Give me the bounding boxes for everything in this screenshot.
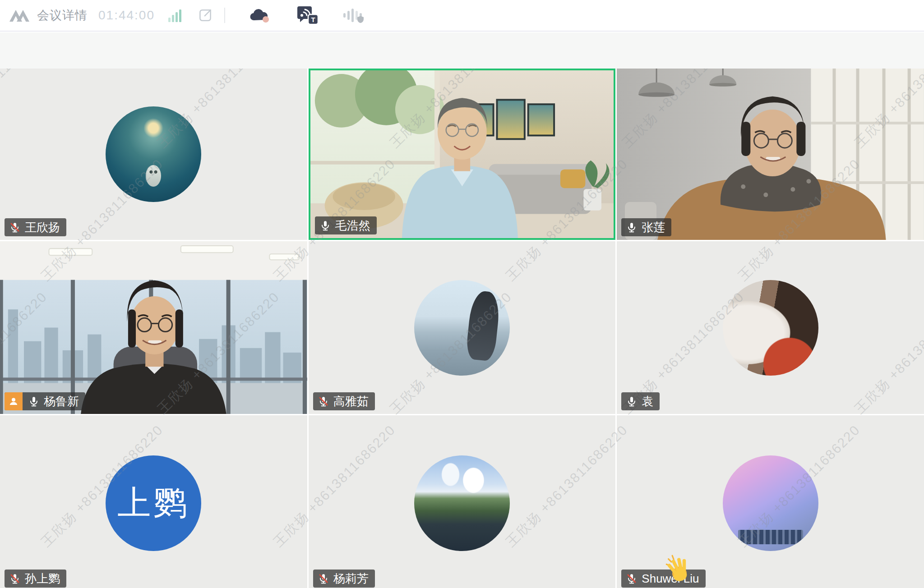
avatar-image bbox=[106, 106, 201, 202]
participant-name-label: 杨莉芳 bbox=[313, 570, 375, 588]
meeting-details-button[interactable]: 会议详情 bbox=[37, 7, 88, 23]
video-feed bbox=[0, 241, 307, 414]
meeting-timer: 01:44:00 bbox=[98, 8, 155, 23]
participant-tile[interactable]: 袁 bbox=[617, 241, 924, 414]
avatar bbox=[0, 69, 307, 240]
participant-tile[interactable]: 毛浩然 bbox=[309, 69, 616, 240]
participant-name: 孙上鹦 bbox=[25, 571, 60, 587]
mic-status-icon bbox=[318, 573, 329, 584]
avatar: 上鹦 bbox=[0, 415, 307, 588]
video-feed bbox=[617, 69, 924, 240]
participant-name-label: 王欣扬 bbox=[5, 218, 66, 236]
avatar-image bbox=[723, 280, 818, 376]
participant-name: 高雅茹 bbox=[333, 394, 369, 409]
toolbar-divider bbox=[224, 8, 225, 23]
person-silhouette-detail bbox=[465, 290, 501, 361]
mic-status-icon bbox=[319, 220, 331, 231]
toolbar-substrip bbox=[0, 32, 924, 69]
participant-tile[interactable]: 王欣扬 bbox=[0, 69, 307, 240]
mic-status-icon bbox=[9, 573, 21, 584]
avatar-image bbox=[414, 280, 510, 376]
avatar-initials: 上鹦 bbox=[106, 455, 201, 551]
participant-tile[interactable]: 上鹦 孙上鹦 bbox=[0, 415, 307, 588]
avatar-image bbox=[723, 455, 818, 551]
top-bar: 会议详情 01:44:00 bbox=[0, 0, 924, 32]
participant-name-label: Shuwei Liu bbox=[621, 570, 705, 588]
participant-tile[interactable]: 张莲 bbox=[617, 69, 924, 240]
meeting-logo-icon bbox=[9, 8, 32, 23]
participant-name: 杨鲁新 bbox=[44, 394, 79, 409]
avatar bbox=[617, 241, 924, 414]
participant-name-label: 高雅茹 bbox=[313, 392, 375, 410]
participant-name: 王欣扬 bbox=[25, 220, 60, 235]
participant-name-label: 张莲 bbox=[621, 218, 671, 236]
cloud-recording-icon[interactable] bbox=[249, 7, 270, 23]
participant-tile[interactable]: Shuwei Liu bbox=[617, 415, 924, 588]
mic-status-icon bbox=[626, 221, 638, 233]
share-screen-icon[interactable] bbox=[197, 7, 213, 23]
participant-name-label: 毛浩然 bbox=[315, 216, 377, 234]
participant-grid: 王欣扬 bbox=[0, 69, 924, 588]
participant-name-label: 袁 bbox=[621, 392, 660, 410]
participant-name-label: 孙上鹦 bbox=[5, 570, 66, 588]
figure-artwork-detail bbox=[146, 165, 161, 187]
lamp-artwork-detail bbox=[143, 118, 163, 138]
participant-name-label: 杨鲁新 bbox=[5, 392, 85, 410]
clap-reaction-icon bbox=[665, 554, 692, 584]
video-feed bbox=[310, 70, 614, 238]
building-detail bbox=[738, 530, 803, 544]
live-transcript-icon[interactable]: T bbox=[297, 5, 319, 25]
avatar-image bbox=[414, 455, 510, 551]
participant-name: 袁 bbox=[642, 394, 653, 409]
mic-status-icon bbox=[626, 573, 638, 584]
avatar bbox=[617, 415, 924, 588]
participant-tile[interactable]: 高雅茹 bbox=[309, 241, 616, 414]
avatar bbox=[309, 241, 616, 414]
host-badge bbox=[5, 392, 23, 410]
participant-tile[interactable]: 杨莉芳 bbox=[309, 415, 616, 588]
meeting-window: 会议详情 01:44:00 bbox=[0, 0, 924, 588]
mic-status-icon bbox=[9, 221, 21, 233]
participant-name: 张莲 bbox=[642, 220, 665, 235]
avatar bbox=[309, 415, 616, 588]
audio-wave-shield-icon[interactable] bbox=[343, 6, 364, 24]
mic-status-icon bbox=[28, 395, 40, 407]
mic-status-icon bbox=[626, 395, 638, 407]
signal-strength-icon bbox=[168, 8, 182, 23]
participant-name: 毛浩然 bbox=[335, 218, 370, 234]
participant-tile[interactable]: 杨鲁新 bbox=[0, 241, 307, 414]
svg-text:T: T bbox=[311, 16, 315, 23]
mic-status-icon bbox=[318, 395, 329, 407]
participant-name: 杨莉芳 bbox=[333, 571, 369, 587]
